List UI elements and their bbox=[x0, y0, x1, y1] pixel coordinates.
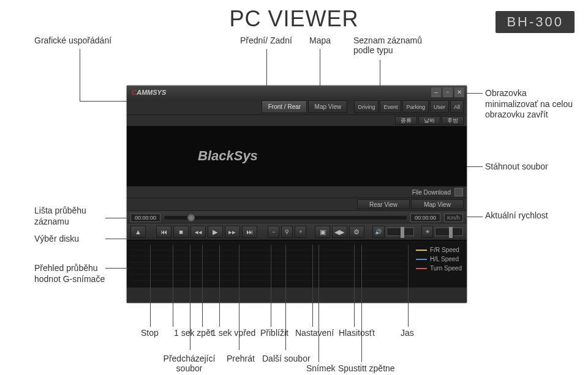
splash-logo: BlackSys bbox=[198, 148, 258, 164]
ann-screen: Obrazovka minimalizovať na celou obrazov… bbox=[485, 88, 577, 121]
speed-readout: Km/h bbox=[444, 213, 463, 222]
cl-top bbox=[80, 49, 80, 101]
download-row: File Download bbox=[127, 186, 467, 198]
titlebar: CAMMSYS – ▫ ✕ bbox=[127, 86, 467, 99]
cl-prog bbox=[105, 218, 129, 218]
tab-front-rear[interactable]: Front / Rear bbox=[262, 100, 307, 113]
main-video-area: BlackSys bbox=[127, 126, 467, 186]
ann-fwd: 1 sek vpřed bbox=[211, 328, 255, 338]
tab-map-view-2[interactable]: Map View bbox=[411, 199, 464, 209]
ann-front-rear: Přední/ Zadní bbox=[240, 35, 292, 45]
brightness-icon: ☀ bbox=[421, 226, 433, 238]
download-icon[interactable] bbox=[454, 188, 463, 196]
bl9 bbox=[318, 245, 319, 362]
bl11 bbox=[361, 245, 362, 362]
progress-thumb[interactable] bbox=[187, 214, 195, 221]
bl12 bbox=[408, 245, 409, 327]
zoom-in-btn[interactable]: + bbox=[295, 226, 306, 238]
cl-gs bbox=[105, 268, 129, 269]
ann-zoom: Přiblížit bbox=[260, 328, 288, 338]
bl6 bbox=[271, 245, 271, 327]
ann-bright: Jas bbox=[401, 328, 414, 338]
sub-row: 종류 날짜 후방 bbox=[127, 115, 467, 126]
bl2 bbox=[173, 245, 173, 327]
gsensor-chart bbox=[130, 244, 405, 284]
next-btn[interactable]: ⏭ bbox=[242, 226, 257, 238]
logo: CAMMSYS bbox=[132, 89, 166, 96]
time-start: 00:00:00 bbox=[130, 213, 160, 222]
bl3 bbox=[202, 245, 203, 327]
ann-download: Stáhnout soubor bbox=[485, 162, 548, 173]
stop-btn[interactable]: ■ bbox=[173, 226, 189, 238]
zoom-out-btn[interactable]: − bbox=[268, 226, 279, 238]
tabs-row: Front / Rear Map View Driving Event Park… bbox=[127, 99, 467, 115]
play-btn[interactable]: ▶ bbox=[208, 226, 223, 238]
record-list-panel bbox=[353, 126, 467, 186]
ann-prev: Předcházející soubor bbox=[162, 354, 217, 373]
window-controls: – ▫ ✕ bbox=[431, 87, 464, 97]
ann-progress: Lišta průběhu záznamu bbox=[34, 206, 108, 227]
prev-btn[interactable]: ⏮ bbox=[156, 226, 172, 238]
gsensor-panel: F/R Speed H/L Speed Turn Speed bbox=[127, 240, 467, 288]
tab-map-view[interactable]: Map View bbox=[308, 100, 347, 113]
ann-layout: Grafické uspořádání bbox=[34, 35, 111, 45]
filter-event[interactable]: Event bbox=[380, 100, 401, 113]
legend-hl: H/L Speed bbox=[430, 256, 459, 262]
ann-disk: Výběr disku bbox=[34, 234, 83, 245]
ann-settings: Nastavení bbox=[295, 328, 334, 338]
brightness-slider[interactable] bbox=[435, 228, 463, 236]
maximize-btn[interactable]: ▫ bbox=[443, 87, 453, 97]
sub-3[interactable]: 후방 bbox=[442, 116, 464, 125]
progress-row: 00:00:00 00:00:00 Km/h bbox=[127, 210, 467, 224]
snapshot-btn[interactable]: ▣ bbox=[315, 226, 330, 238]
bl7 bbox=[285, 245, 286, 350]
page-title: PC VIEWER bbox=[229, 6, 358, 32]
bl2b bbox=[190, 245, 190, 350]
legend-turn: Turn Speed bbox=[430, 265, 462, 272]
time-end: 00:00:00 bbox=[410, 213, 440, 222]
zoom-icon: ⚲ bbox=[281, 226, 293, 238]
close-btn[interactable]: ✕ bbox=[454, 87, 464, 97]
ann-play: Prehrát bbox=[227, 354, 255, 363]
progress-track[interactable] bbox=[164, 216, 407, 220]
ann-speed: Aktuální rychlost bbox=[485, 210, 548, 221]
viewer-window: CAMMSYS – ▫ ✕ Front / Rear Map View Driv… bbox=[127, 86, 467, 303]
back1s-btn[interactable]: ◂◂ bbox=[190, 226, 206, 238]
ann-back: 1 sek zpět bbox=[174, 328, 213, 338]
ann-gsensor: Přehled průběhu hodnot G-snímače bbox=[34, 263, 120, 284]
filter-all[interactable]: All bbox=[450, 100, 464, 113]
ann-backward: Spustitt zpětne bbox=[338, 363, 395, 373]
control-row: ▲ ⏮ ■ ◂◂ ▶ ▸▸ ⏭ − ⚲ + ▣ ◀▶ ⚙ 🔊 ☀ bbox=[127, 224, 467, 240]
sub-2[interactable]: 날짜 bbox=[418, 116, 440, 125]
ann-next: Další soubor bbox=[262, 354, 311, 363]
bl4 bbox=[219, 245, 220, 327]
bl8 bbox=[312, 245, 313, 327]
filter-parking[interactable]: Parking bbox=[402, 100, 429, 113]
eject-btn[interactable]: ▲ bbox=[130, 226, 146, 238]
ann-record-list: Seznam záznamů podle typu bbox=[353, 35, 422, 55]
ann-stop: Stop bbox=[141, 328, 159, 338]
reverse-play-btn[interactable]: ◀▶ bbox=[332, 226, 347, 238]
lower-tabs: Rear View Map View bbox=[127, 198, 467, 210]
settings-btn[interactable]: ⚙ bbox=[349, 226, 364, 238]
gsensor-legend: F/R Speed H/L Speed Turn Speed bbox=[416, 247, 462, 274]
cl-spd bbox=[467, 217, 483, 217]
volume-icon: 🔊 bbox=[372, 226, 384, 238]
ann-frame: Snímek bbox=[306, 363, 335, 373]
volume-slider[interactable] bbox=[386, 228, 415, 236]
ann-volume: Hlasitosťt bbox=[339, 328, 375, 338]
cl-disk bbox=[105, 239, 129, 239]
sub-1[interactable]: 종류 bbox=[395, 116, 417, 125]
minimize-btn[interactable]: – bbox=[431, 87, 441, 97]
ann-map: Mapa bbox=[309, 35, 331, 45]
fwd1s-btn[interactable]: ▸▸ bbox=[225, 226, 240, 238]
bl5 bbox=[239, 245, 239, 350]
tab-rear-view[interactable]: Rear View bbox=[357, 199, 410, 209]
cl-scr bbox=[467, 93, 483, 94]
bl10 bbox=[354, 245, 355, 327]
download-label: File Download bbox=[412, 189, 451, 196]
filter-user[interactable]: User bbox=[430, 100, 449, 113]
cl-dl bbox=[467, 166, 483, 167]
bl1 bbox=[150, 245, 151, 327]
filter-driving[interactable]: Driving bbox=[354, 100, 379, 113]
